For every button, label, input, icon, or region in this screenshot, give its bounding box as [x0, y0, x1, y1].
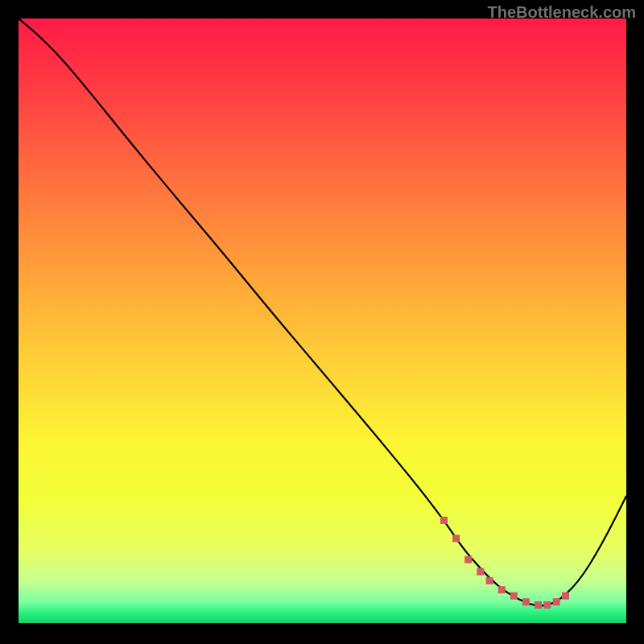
- gradient-chart: [19, 19, 626, 623]
- marker-point: [477, 568, 484, 576]
- watermark: TheBottleneck.com: [488, 3, 636, 22]
- marker-point: [510, 592, 518, 600]
- marker-point: [486, 577, 493, 584]
- marker-point: [553, 598, 560, 605]
- svg-rect-0: [19, 19, 626, 623]
- marker-point: [440, 517, 448, 524]
- chart-container: TheBottleneck.com: [0, 0, 644, 644]
- marker-point: [543, 601, 551, 609]
- plot-area: [19, 19, 626, 623]
- marker-point: [522, 598, 530, 605]
- marker-point: [498, 586, 506, 593]
- marker-point: [562, 592, 569, 600]
- marker-point: [464, 556, 472, 564]
- marker-point: [452, 535, 460, 542]
- marker-point: [535, 601, 542, 609]
